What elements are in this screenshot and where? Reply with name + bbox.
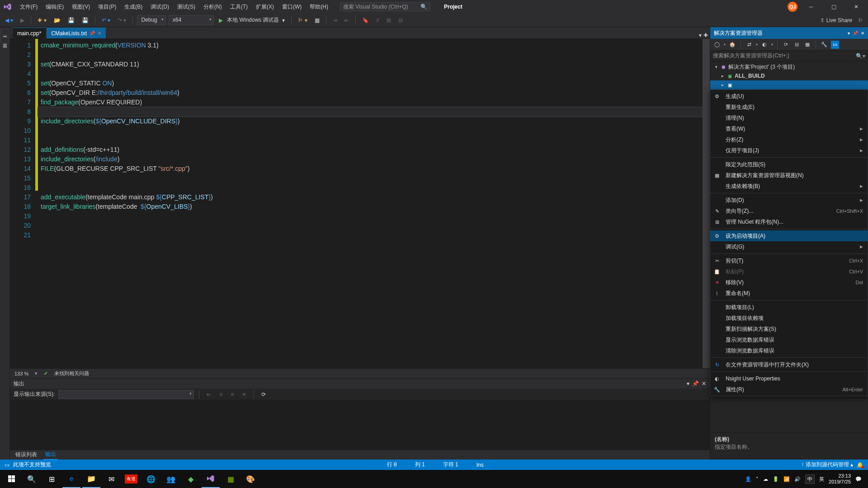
ctx-属性(R)[interactable]: 🔧属性(R)Alt+Enter [710, 384, 868, 395]
sb-dropdown-icon[interactable]: ▾ [848, 31, 850, 36]
source-control-button[interactable]: ↑ 添加到源代码管理 ▴ [801, 461, 853, 469]
open-button[interactable]: 📂 [52, 16, 63, 25]
ctx-重命名(M)[interactable]: ⁞重命名(M) [710, 288, 868, 299]
toolbox-tab-2[interactable]: 工具箱 [0, 37, 9, 43]
start-button[interactable] [3, 470, 21, 488]
out-btn-3[interactable]: ≡ [228, 390, 236, 399]
menu-扩展(X)[interactable]: 扩展(X) [252, 1, 278, 13]
app-red-icon[interactable]: 有道 [122, 470, 140, 488]
platform-dropdown[interactable]: x64 [169, 15, 214, 25]
ctx-新建解决方案资源管理器视图(N)[interactable]: ▦新建解决方案资源管理器视图(N) [710, 170, 868, 181]
ctx-设为启动项目(A)[interactable]: ⚙设为启动项目(A) [710, 230, 868, 241]
tb-icon-4[interactable]: ⇤ [342, 16, 351, 25]
save-button[interactable]: 💾 [66, 16, 77, 25]
sb-show-icon[interactable]: ▦ [803, 41, 811, 49]
menu-测试(S)[interactable]: 测试(S) [174, 1, 199, 13]
tab-output[interactable]: 输出 [43, 450, 58, 460]
redo-button[interactable]: ↷ ▾ [115, 16, 128, 25]
output-source-dropdown[interactable] [58, 390, 194, 399]
ctx-重新扫描解决方案(S)[interactable]: 重新扫描解决方案(S) [710, 324, 868, 334]
menu-窗口(W)[interactable]: 窗口(W) [278, 1, 305, 13]
code-editor[interactable]: 123456789101112131415161718192021 cmake_… [10, 39, 710, 368]
context-menu[interactable]: ⚙生成(U)重新生成(E)清理(N)查看(W)▶分析(Z)▶仅用于项目(J)▶限… [710, 89, 868, 396]
output-close-icon[interactable]: ✕ [702, 380, 706, 387]
sb-preview-icon[interactable]: ▭ [831, 41, 839, 49]
ctx-分析(Z)[interactable]: 分析(Z)▶ [710, 134, 868, 145]
tb-icon-6[interactable]: // [374, 16, 382, 25]
out-btn-2[interactable]: ≡ [217, 390, 225, 399]
ctx-生成依赖项(B)[interactable]: 生成依赖项(B)▶ [710, 181, 868, 192]
tb-icon-3[interactable]: ⇥ [330, 16, 340, 25]
nav-back-button[interactable]: ◀ ▾ [3, 16, 15, 25]
ctx-移除(V)[interactable]: ✕移除(V)Del [710, 277, 868, 288]
output-body[interactable] [10, 400, 710, 450]
menu-工具(T)[interactable]: 工具(T) [226, 1, 251, 13]
task-view-button[interactable]: ⊞ [42, 470, 61, 488]
ctx-查看(W)[interactable]: 查看(W)▶ [710, 123, 868, 134]
save-all-button[interactable]: 💾 [80, 16, 91, 25]
menu-生成(B)[interactable]: 生成(B) [121, 1, 146, 13]
close-button[interactable]: ✕ [847, 0, 865, 13]
sb-back-icon[interactable]: ◯ [713, 41, 721, 49]
tray-battery-icon[interactable]: 🔋 [773, 476, 779, 482]
tab-cmakelists[interactable]: CMakeLists.txt📌✕ [47, 28, 106, 38]
zoom-level[interactable]: 133 % [14, 371, 28, 376]
new-button[interactable]: ✚ ▾ [35, 16, 48, 25]
tabs-add-icon[interactable]: ✚ [703, 32, 708, 38]
tray-up-icon[interactable]: ˄ [756, 476, 759, 482]
menu-编辑(E)[interactable]: 编辑(E) [42, 1, 67, 13]
tray-cloud-icon[interactable]: ☁ [763, 476, 768, 482]
solution-root[interactable]: ▾ ⬢ 解决方案'Project' (3 个项目) [710, 62, 868, 71]
ctx-重新生成(E)[interactable]: 重新生成(E) [710, 102, 868, 113]
paint-icon[interactable]: 🎨 [241, 470, 259, 488]
ctx-显示浏览数据库错误[interactable]: 显示浏览数据库错误 [710, 334, 868, 345]
ctx-剪切(T)[interactable]: ✂剪切(T)Ctrl+X [710, 255, 868, 266]
chevron-right-icon[interactable]: ▸ [720, 83, 725, 87]
sb-collapse-icon[interactable]: ⊟ [793, 41, 801, 49]
sb-sync-icon[interactable]: ⇄ [745, 41, 753, 49]
chrome-icon[interactable]: 🌐 [142, 470, 160, 488]
start-debug-button[interactable]: ▶ 本地 Windows 调试器 ▾ [217, 15, 287, 25]
tb-icon-5[interactable]: 🔖 [360, 16, 371, 25]
chevron-down-icon[interactable]: ▾ [714, 65, 718, 69]
sb-close-icon[interactable]: ✕ [861, 31, 864, 36]
sb-pin-icon[interactable]: 📌 [853, 31, 858, 36]
undo-button[interactable]: ↶ ▾ [99, 16, 113, 25]
sb-refresh-icon[interactable]: ⟳ [782, 41, 790, 49]
tab-error-list[interactable]: 错误列表 [14, 450, 39, 460]
vs-taskbar-icon[interactable] [202, 470, 220, 488]
chevron-right-icon[interactable]: ▸ [720, 74, 725, 78]
ctx-清除浏览数据库错误[interactable]: 清除浏览数据库错误 [710, 345, 868, 356]
notifications-icon[interactable]: 🔔 [857, 462, 863, 468]
app-diamond-icon[interactable]: ◆ [182, 470, 200, 488]
user-avatar[interactable]: QJ [788, 2, 797, 12]
menu-视图(V)[interactable]: 视图(V) [68, 1, 94, 13]
tray-people-icon[interactable]: 👤 [745, 476, 751, 482]
teams-icon[interactable]: 👥 [162, 470, 180, 488]
notifications-tray-icon[interactable]: 💬 [855, 476, 862, 482]
output-pin-icon[interactable]: 📌 [692, 380, 699, 387]
ctx-添加(D)[interactable]: 添加(D)▶ [710, 195, 868, 206]
menu-分析(N)[interactable]: 分析(N) [200, 1, 226, 13]
tab-close-icon[interactable]: ✕ [98, 31, 101, 36]
tab-main-cpp[interactable]: main.cpp* [13, 28, 46, 38]
live-share-button[interactable]: ⇪ Live Share [820, 17, 852, 23]
minimize-button[interactable]: ─ [802, 0, 820, 13]
ime-2[interactable]: 英 [819, 476, 824, 483]
sb-properties-icon[interactable]: 🔧 [820, 41, 828, 49]
feedback-button[interactable]: ⚐ [856, 16, 865, 25]
ctx-调试(G)[interactable]: 调试(G)▶ [710, 241, 868, 252]
search-button[interactable]: 🔍 [23, 470, 41, 488]
tb-icon-2[interactable]: ▦ [312, 16, 322, 25]
tabs-dropdown-icon[interactable]: ▾ [699, 32, 702, 38]
menu-项目(P)[interactable]: 项目(P) [94, 1, 120, 13]
menu-调试(D)[interactable]: 调试(D) [147, 1, 173, 13]
tray-wifi-icon[interactable]: 📶 [783, 476, 790, 482]
pin-icon[interactable]: 📌 [90, 31, 95, 36]
menu-文件(F)[interactable]: 文件(F) [16, 1, 41, 13]
nav-fwd-button[interactable]: ▶ [18, 16, 27, 25]
ctx-管理 NuGet 程序包(N)...[interactable]: ⊞管理 NuGet 程序包(N)... [710, 216, 868, 227]
ctx-加载项目依赖项[interactable]: 加载项目依赖项 [710, 313, 868, 324]
ctx-卸载项目(L)[interactable]: 卸载项目(L) [710, 302, 868, 313]
editor-scrollbar[interactable] [703, 39, 710, 368]
